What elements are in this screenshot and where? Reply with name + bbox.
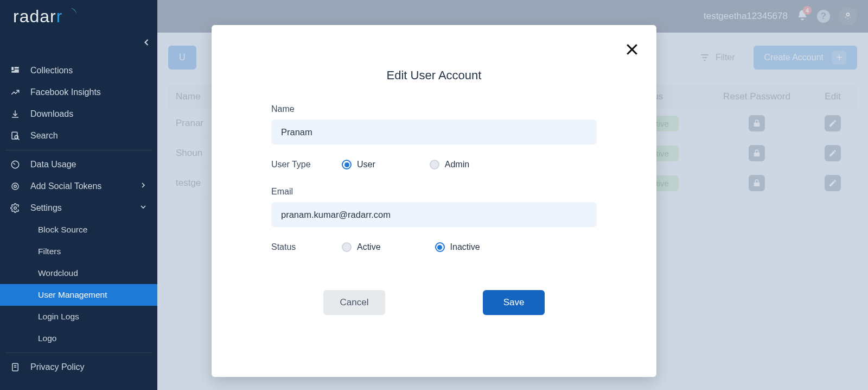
btn-label: Cancel xyxy=(340,297,369,308)
chevron-down-icon xyxy=(139,203,148,213)
email-label: Email xyxy=(271,187,597,197)
radio-user[interactable]: User xyxy=(342,160,375,169)
sidebar-label: Collections xyxy=(30,66,73,76)
btn-label: Save xyxy=(503,297,525,308)
sidebar-label: Data Usage xyxy=(30,160,76,169)
sidebar-item-downloads[interactable]: Downloads xyxy=(0,103,157,125)
meter-icon xyxy=(10,159,21,170)
sidebar-sub-block-source[interactable]: Block Source xyxy=(0,219,157,241)
sidebar-sub-logo[interactable]: Logo xyxy=(0,328,157,349)
sidebar-sub-filters[interactable]: Filters xyxy=(0,241,157,262)
name-label: Name xyxy=(271,104,597,114)
sidebar-item-data-usage[interactable]: Data Usage xyxy=(0,154,157,175)
collections-icon xyxy=(10,65,21,76)
radio-icon xyxy=(342,160,352,169)
radio-label: Active xyxy=(357,242,381,252)
edit-user-modal: Edit User Account Name User Type User Ad… xyxy=(212,25,656,377)
sidebar-label: Facebook Insights xyxy=(30,87,101,97)
sub-label: Filters xyxy=(38,247,61,256)
svg-rect-7 xyxy=(11,71,19,73)
sub-label: Block Source xyxy=(38,225,87,235)
sidebar-item-settings[interactable]: Settings xyxy=(0,197,157,219)
sidebar-item-collections[interactable]: Collections xyxy=(0,60,157,81)
chevron-left-icon xyxy=(141,37,152,48)
divider xyxy=(5,150,152,150)
sidebar-collapse-button[interactable] xyxy=(141,37,152,50)
sidebar-label: Downloads xyxy=(30,109,73,119)
nav: Collections Facebook Insights Downloads … xyxy=(0,33,157,378)
radio-label: User xyxy=(357,160,375,169)
radio-icon xyxy=(430,160,439,169)
radio-inactive[interactable]: Inactive xyxy=(435,242,480,252)
document-icon xyxy=(10,362,21,373)
name-input[interactable] xyxy=(271,119,597,144)
sidebar-label: Privacy Policy xyxy=(30,362,85,372)
cancel-button[interactable]: Cancel xyxy=(323,290,385,315)
sidebar-label: Settings xyxy=(30,203,62,213)
sub-label: Logo xyxy=(38,334,56,343)
radio-icon xyxy=(342,242,352,252)
sidebar-label: Search xyxy=(30,131,58,141)
svg-rect-5 xyxy=(15,67,19,68)
modal-close-button[interactable] xyxy=(624,41,640,60)
wifi-icon: ⌒ xyxy=(63,5,80,21)
status-label: Status xyxy=(271,242,342,252)
sidebar-label: Add Social Tokens xyxy=(30,181,101,191)
app-logo: radarr⌒ xyxy=(13,7,74,27)
download-icon xyxy=(10,109,21,119)
svg-line-10 xyxy=(18,139,20,140)
radio-icon xyxy=(435,242,445,252)
sidebar-item-social-tokens[interactable]: Add Social Tokens xyxy=(0,175,157,197)
gear-icon xyxy=(10,203,21,213)
svg-rect-4 xyxy=(11,67,14,70)
sidebar-sub-wordcloud[interactable]: Wordcloud xyxy=(0,262,157,284)
usertype-label: User Type xyxy=(271,160,342,169)
sidebar-sub-user-management[interactable]: User Management xyxy=(0,284,157,306)
sidebar-item-facebook-insights[interactable]: Facebook Insights xyxy=(0,81,157,103)
sidebar: Collections Facebook Insights Downloads … xyxy=(0,33,157,390)
sidebar-item-search[interactable]: Search xyxy=(0,125,157,147)
chart-icon xyxy=(10,87,21,98)
search-file-icon xyxy=(10,130,21,141)
radio-label: Inactive xyxy=(450,242,480,252)
sub-label: Wordcloud xyxy=(38,268,78,278)
svg-rect-6 xyxy=(15,70,19,71)
svg-point-13 xyxy=(14,185,17,188)
logo-accent: r xyxy=(56,7,63,27)
radio-label: Admin xyxy=(445,160,469,169)
svg-point-14 xyxy=(14,207,17,210)
divider xyxy=(5,353,152,353)
modal-title: Edit User Account xyxy=(271,68,597,83)
sidebar-sub-login-logs[interactable]: Login Logs xyxy=(0,306,157,328)
token-icon xyxy=(10,181,21,192)
sub-label: User Management xyxy=(38,290,107,300)
close-icon xyxy=(624,41,640,58)
logo-text: radar xyxy=(13,7,56,27)
save-button[interactable]: Save xyxy=(483,290,545,315)
radio-active[interactable]: Active xyxy=(342,242,381,252)
sub-label: Login Logs xyxy=(38,312,79,322)
sidebar-item-privacy[interactable]: Privacy Policy xyxy=(0,356,157,378)
radio-admin[interactable]: Admin xyxy=(430,160,469,169)
email-input[interactable] xyxy=(271,202,597,227)
chevron-right-icon xyxy=(139,181,148,192)
svg-point-12 xyxy=(12,183,18,190)
